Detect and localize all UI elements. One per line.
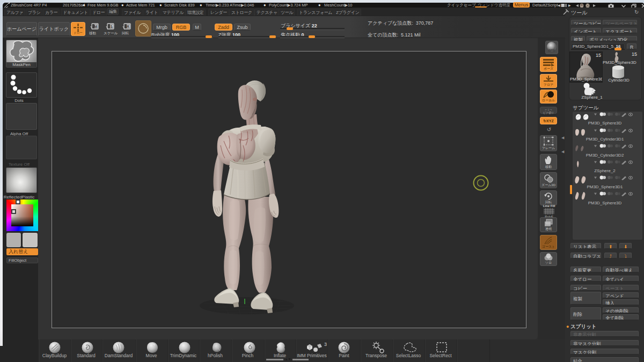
svg-text:R: R (127, 25, 129, 28)
svg-text:S: S (110, 25, 113, 28)
svg-text:M: M (94, 25, 98, 28)
svg-text:BPR: BPR (548, 49, 555, 52)
